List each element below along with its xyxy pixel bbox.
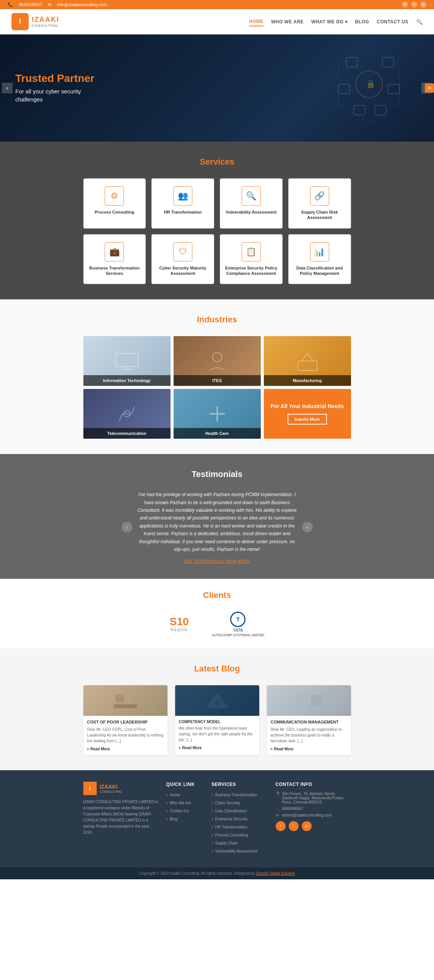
twitter-icon[interactable]: t (411, 2, 417, 8)
footer: I IZAAKI CONSULTING IZAAKI CONSULTING PR… (0, 770, 434, 867)
cyber-icon: 🛡 (173, 242, 192, 261)
industry-cta[interactable]: For All Your Industrial Needs Inquire Mo… (264, 389, 351, 439)
testimonial-view-more-link[interactable]: SEE TESTIMONIALS VIEW MORE (137, 559, 297, 564)
nav-contact[interactable]: CONTACT US (377, 18, 408, 26)
footer-about: I IZAAKI CONSULTING IZAAKI CONSULTING PR… (83, 782, 159, 856)
footer-twitter-btn[interactable]: t (289, 821, 299, 831)
facebook-icon[interactable]: f (402, 2, 408, 8)
blog-excerpt-3: Dear Mr. CEO, Leading an organization to… (271, 727, 347, 744)
blog-image-3 (267, 685, 351, 716)
footer-bottom-text: Copyright © 2019 Izaaki Consulting. All … (139, 871, 255, 875)
linkedin-icon[interactable]: in (420, 2, 426, 8)
footer-svc-cyber[interactable]: Cyber Security (211, 800, 268, 806)
blog-read-more-3[interactable]: Read More (271, 747, 347, 751)
footer-svc-biz[interactable]: Business Transformation (211, 792, 268, 798)
footer-svc-supply[interactable]: Supply Chain (211, 840, 268, 846)
footer-link-blog[interactable]: Blog (166, 816, 203, 822)
footer-logo-icon: I (83, 782, 97, 795)
footer-quick-links: QUICK LINK Home Who We Are Contact Us Bl… (166, 782, 203, 856)
industry-ites[interactable]: ITES (174, 336, 261, 386)
industry-ites-label: ITES (174, 375, 261, 386)
nav-blog[interactable]: BLOG (355, 18, 369, 26)
blog-excerpt-1: Dear Mr. CEO COPL: Cost of Poor Leadersh… (87, 727, 164, 744)
blog-card-3[interactable]: COMMUNICATION MANAGEMENT Dear Mr. CEO, L… (267, 685, 351, 755)
phone-icon: 📞 (8, 2, 13, 7)
top-bar-left: 📞 9840696557 ✉ info@izaakiconsulting.com (8, 2, 107, 7)
footer-designer-link[interactable]: Skoolis Digital Solution (256, 871, 295, 875)
footer-facebook-btn[interactable]: f (276, 821, 286, 831)
industries-section: Industries Information Technology ITES (0, 299, 434, 454)
service-card-supply[interactable]: 🔗 Supply Chain Risk Assessment (288, 178, 351, 229)
phone-icon-footer: 📞 (276, 807, 280, 811)
service-card-bizT[interactable]: 💼 Business Transformation Services (83, 234, 146, 284)
nav-home[interactable]: HOME (249, 17, 263, 26)
svg-rect-27 (296, 695, 307, 706)
industry-telecom[interactable]: Telecommunication (83, 389, 171, 439)
footer-description: IZAAKI CONSULTING PRIVATE LIMITED is a r… (83, 799, 159, 836)
blog-grid: COST OF POOR LEADERSHIP Dear Mr. CEO COP… (83, 685, 351, 755)
inquire-button[interactable]: Inquire More (288, 414, 327, 425)
footer-services: SERVICES Business Transformation Cyber S… (211, 782, 268, 856)
blog-read-more-2[interactable]: Read More (179, 746, 255, 750)
tata-circle: T (230, 612, 245, 627)
search-icon[interactable]: 🔍 (416, 19, 423, 25)
industry-health[interactable]: Health Care (174, 389, 261, 439)
industry-manufacturing[interactable]: Manufacturing (264, 336, 351, 386)
blog-content-3: COMMUNICATION MANAGEMENT Dear Mr. CEO, L… (267, 716, 351, 755)
footer-contact: CONTACT INFO 📍 Shri Puram, 76, Alamelu S… (276, 782, 351, 856)
blog-image-2 (175, 685, 259, 716)
footer-link-home[interactable]: Home (166, 792, 203, 798)
logo-letter: I (19, 18, 21, 26)
brand-name: IZAAKI (32, 16, 59, 24)
footer-social: f t in (276, 821, 351, 831)
industries-title: Industries (8, 315, 426, 325)
svg-rect-17 (298, 361, 317, 371)
testimonial-prev-button[interactable]: ‹ (122, 522, 132, 532)
s10-sub: health (170, 627, 189, 632)
service-label-bizT: Business Transformation Services (88, 265, 142, 276)
footer-services-heading: SERVICES (211, 782, 268, 787)
footer-link-who[interactable]: Who We Are (166, 800, 203, 806)
footer-svc-data[interactable]: Data Classification (211, 808, 268, 814)
service-card-hr[interactable]: 👥 HR Transformation (151, 178, 214, 229)
footer-svc-enterprise[interactable]: Enterprise Security (211, 816, 268, 822)
blog-section: Latest Blog COST OF POOR LEADERSHIP Dear… (0, 648, 434, 770)
industry-it[interactable]: Information Technology (83, 336, 171, 386)
email-icon-footer: ✉ (276, 813, 280, 817)
service-card-data[interactable]: 📊 Data Classification and Policy Managem… (288, 234, 351, 284)
process-icon: ⚙ (105, 186, 124, 206)
blog-image-1 (83, 685, 167, 716)
vuln-icon: 🔍 (242, 186, 261, 206)
phone-number: 9840696557 (19, 2, 42, 7)
services-section: Services ⚙ Process Consulting 👥 HR Trans… (0, 142, 434, 299)
blog-card-1[interactable]: COST OF POOR LEADERSHIP Dear Mr. CEO COP… (83, 685, 167, 755)
footer-linkedin-btn[interactable]: in (302, 821, 312, 831)
s10-logo: S10 health (170, 616, 189, 632)
nav-what-we-do[interactable]: WHAT WE DO ▾ (311, 18, 347, 26)
testimonial-next-button[interactable]: › (302, 522, 313, 532)
blog-read-more-1[interactable]: Read More (87, 747, 164, 751)
service-card-cyber[interactable]: 🛡 Cyber Security Maturity Assessment (151, 234, 214, 284)
nav-who-we-are[interactable]: WHO WE ARE (271, 18, 304, 26)
service-card-vuln[interactable]: 🔍 Vulnerability Assessment (220, 178, 283, 229)
services-grid: ⚙ Process Consulting 👥 HR Transformation… (83, 178, 351, 284)
blog-title-1: COST OF POOR LEADERSHIP (87, 720, 164, 724)
footer-svc-process[interactable]: Process Consulting (211, 832, 268, 838)
service-card-enterprise[interactable]: 📋 Enterprise Security Policy Compliance … (220, 234, 283, 284)
service-label-enterprise: Enterprise Security Policy Compliance As… (224, 265, 278, 276)
blog-content-2: COMPETENCY MODEL We often hear from the … (175, 716, 259, 754)
footer-svc-hr[interactable]: HR Transformation (211, 824, 268, 830)
blog-card-2[interactable]: COMPETENCY MODEL We often hear from the … (175, 685, 259, 755)
testimonials-title: Testimonials (8, 469, 426, 479)
footer-svc-vuln[interactable]: Vulnerability Assessment (211, 848, 268, 854)
footer-brand-name: IZAAKI (100, 784, 122, 790)
industry-telecom-label: Telecommunication (83, 428, 171, 439)
address-icon: 📍 (276, 792, 280, 796)
footer-grid: I IZAAKI CONSULTING IZAAKI CONSULTING PR… (83, 782, 351, 856)
hero-prev-button[interactable]: ‹ (2, 83, 13, 93)
email-float-icon[interactable]: ✉ (425, 83, 434, 93)
s10-text: S10 (170, 616, 189, 627)
footer-link-contact[interactable]: Contact Us (166, 808, 203, 814)
service-card-process[interactable]: ⚙ Process Consulting (83, 178, 146, 229)
testimonial-text: I've had the privilege of working with P… (137, 491, 297, 553)
